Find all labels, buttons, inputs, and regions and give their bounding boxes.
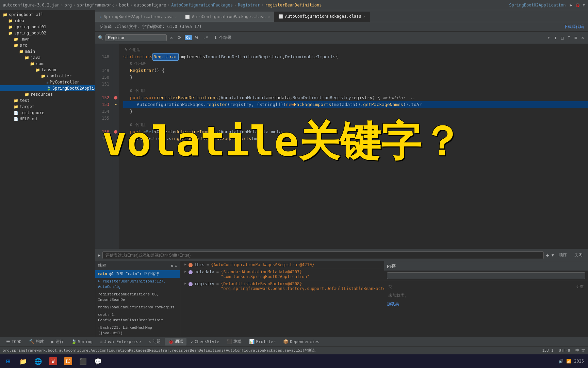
run-icon[interactable]: ▶ xyxy=(570,3,572,7)
btool-dependencies[interactable]: 📦 Dependencies xyxy=(280,338,323,345)
code-line-usage1: 0 个用法 xyxy=(123,47,588,53)
breakpoint-156[interactable] xyxy=(114,130,117,134)
whole-word-btn[interactable]: W xyxy=(194,34,199,41)
sidebar-item-lanson[interactable]: 📁 lanson xyxy=(0,67,95,73)
taskbar-wechat[interactable]: 💬 xyxy=(91,355,105,367)
btool-run[interactable]: ▶ 运行 xyxy=(48,338,67,346)
frame-item-3[interactable]: mbda$loadBeanDefinitionsFromRegist xyxy=(95,304,180,311)
sidebar-item-boot02[interactable]: 📁 spring_boot02 xyxy=(0,30,95,36)
case-sensitive-btn[interactable]: Cc xyxy=(185,35,192,40)
bc-boot[interactable]: boot xyxy=(119,3,129,7)
class-search-input[interactable] xyxy=(387,272,585,279)
sidebar-item-mvn[interactable]: 📁 .mvn xyxy=(0,36,95,42)
download-source-link[interactable]: 下载源代码 xyxy=(564,24,584,30)
tab-close-icon[interactable]: ✕ xyxy=(363,15,365,18)
clear-search-btn[interactable]: ✕ xyxy=(169,34,174,41)
close-search-btn[interactable]: ✕ xyxy=(580,34,585,41)
regex-btn[interactable]: .* xyxy=(201,34,210,41)
sidebar-item-springboot02app[interactable]: 🍃 SpringBoot02Application xyxy=(0,85,95,91)
bc-autoconfig-packages[interactable]: AutoConfigurationPackages xyxy=(171,3,233,7)
btool-problems[interactable]: ⚠ 问题 xyxy=(145,338,164,346)
close-btn[interactable]: 关闭 xyxy=(572,252,585,258)
tab-springboot02app[interactable]: ☕ SpringBoot02Application.java ✕ xyxy=(95,12,181,22)
gutter-cell-156 xyxy=(112,128,119,135)
taskbar-explorer[interactable]: 📁 xyxy=(16,355,30,367)
more-options-btn[interactable]: ≡ xyxy=(573,34,578,41)
class-file-icon: ⬜ xyxy=(185,15,190,19)
sidebar-item-test[interactable]: 📁 test xyxy=(0,97,95,104)
breakpoint-152[interactable] xyxy=(114,96,117,99)
sidebar-item-resources[interactable]: 📁 resources xyxy=(0,91,95,97)
line-num-155: 155 xyxy=(95,115,112,122)
settings-icon[interactable]: ⚙ xyxy=(583,3,585,7)
next-result-btn2[interactable]: ↓ xyxy=(553,34,558,41)
line-num-empty2 xyxy=(95,60,112,67)
filter-btn[interactable]: ⊤ xyxy=(567,34,572,41)
sidebar-item-root[interactable]: 📁 springboot_all xyxy=(0,12,95,18)
btool-profiler[interactable]: 📊 Profiler xyxy=(246,338,279,345)
eval-input[interactable] xyxy=(102,251,544,259)
debug-icon[interactable]: 🐞 xyxy=(575,3,580,7)
btool-javaee[interactable]: ☕ Java Enterprise xyxy=(97,338,144,345)
bc-org[interactable]: org xyxy=(64,3,72,7)
sidebar-item-mycontroller[interactable]: ☕ MyController xyxy=(0,79,95,85)
search-input[interactable] xyxy=(108,35,149,40)
eval-dropdown-btn[interactable]: ▼ xyxy=(552,253,554,258)
var-item-this[interactable]: ▶ this = {AutoConfigurationPackages$Regi… xyxy=(180,261,384,269)
bc-autoconfigure[interactable]: autoconfigure xyxy=(134,3,166,7)
sidebar-item-main[interactable]: 📁 main xyxy=(0,48,95,55)
sidebar-item-idea[interactable]: 📁 idea xyxy=(0,18,95,24)
frame-item-0[interactable]: main @1 在组 "main": 正在运行 xyxy=(95,270,180,278)
prev-result-btn[interactable]: ↑ xyxy=(546,34,552,41)
sidebar-item-target[interactable]: 📁 target xyxy=(0,104,95,110)
bc-springframework[interactable]: springframework xyxy=(77,3,114,7)
frame-item-1[interactable]: ➤ registerBeanDefinitions:127, AutoConfi… xyxy=(95,278,180,291)
btool-terminal[interactable]: ⬛ 终端 xyxy=(223,338,245,346)
taskbar-browser[interactable]: 🌐 xyxy=(31,355,45,367)
eval-add-btn[interactable]: + xyxy=(546,251,550,259)
var-expand-registry[interactable]: ▶ xyxy=(184,281,186,285)
next-result-btn[interactable]: ⟳ xyxy=(176,34,183,41)
add-class-link[interactable]: 加载类 xyxy=(387,302,399,306)
bc-method[interactable]: registerBeanDefinitions xyxy=(265,3,322,7)
expand-search-btn[interactable]: □ xyxy=(560,34,565,41)
taskbar-word[interactable]: W xyxy=(46,355,60,367)
frame-item-5[interactable]: rEach:721, LinkedHashMap (java.util) xyxy=(95,324,180,337)
frame-item-2[interactable]: registerBeanDefinitions:86, ImportBeanDe xyxy=(95,291,180,304)
sidebar-item-src[interactable]: 📁 src xyxy=(0,42,95,48)
frame-item-4[interactable]: cept:-1, ConfigurationClassBeanDefinit xyxy=(95,311,180,324)
sidebar-item-boot01[interactable]: 📁 spring_boot01 xyxy=(0,24,95,30)
var-item-metadata[interactable]: ▶ metadata = {StandardAnnotationMetadata… xyxy=(180,269,384,280)
tab-close-icon[interactable]: ✕ xyxy=(268,15,270,19)
sidebar-item-helpmd[interactable]: 📄 HELP.md xyxy=(0,116,95,122)
tab-autoconfigpackage[interactable]: ⬜ AutoConfigurationPackage.class ✕ xyxy=(181,12,274,22)
var-val-metadata: {StandardAnnotationMetadata@4207} "com.l… xyxy=(221,270,380,279)
tab-close-icon[interactable]: ✕ xyxy=(175,15,177,19)
var-expand-this[interactable]: ▶ xyxy=(184,262,186,266)
sidebar-item-java[interactable]: 📁 java xyxy=(0,55,95,61)
taskbar-network-icon[interactable]: 📶 xyxy=(566,359,571,364)
taskbar-start[interactable]: ⊞ xyxy=(1,355,15,367)
taskbar-intellij[interactable]: IJ xyxy=(61,355,75,367)
var-expand-metadata[interactable]: ▶ xyxy=(184,270,186,273)
bc-registrar[interactable]: Registrar xyxy=(238,3,260,7)
order-btn[interactable]: 顺序 xyxy=(556,252,570,258)
bc-jar[interactable]: autoconfigure-3.0.2.jar xyxy=(3,3,59,7)
btool-debug[interactable]: 🐞 调试 xyxy=(165,338,186,346)
line-num-empty3 xyxy=(95,88,112,94)
taskbar-terminal[interactable]: ⬛ xyxy=(76,355,90,367)
sidebar-item-gitignore[interactable]: 📄 .gitignore xyxy=(0,110,95,116)
expand-icon[interactable]: ⊕ xyxy=(175,263,177,268)
sidebar-item-controller[interactable]: 📁 controller xyxy=(0,73,95,79)
btool-spring[interactable]: 🍃 Spring xyxy=(68,338,96,345)
sidebar-item-com[interactable]: 📁 com xyxy=(0,61,95,67)
code-editor[interactable]: 148 149 150 151 152 153 154 155 156 157 xyxy=(95,44,588,249)
var-item-registry[interactable]: ▶ registry = {DefaultListableBeanFactory… xyxy=(180,280,384,294)
btool-build[interactable]: 🔨 构建 xyxy=(26,338,47,346)
btool-todo[interactable]: ☰ TODO xyxy=(3,338,25,345)
gutter-cell-151 xyxy=(112,81,119,88)
tab-autoconfigpackages[interactable]: ⬜ AutoConfigurationPackages.class ✕ xyxy=(274,12,370,22)
taskbar-sound-icon[interactable]: 🔊 xyxy=(558,359,564,364)
filter-icon[interactable]: ⊛ xyxy=(171,263,174,268)
btool-checkstyle[interactable]: ✓ CheckStyle xyxy=(187,338,223,345)
